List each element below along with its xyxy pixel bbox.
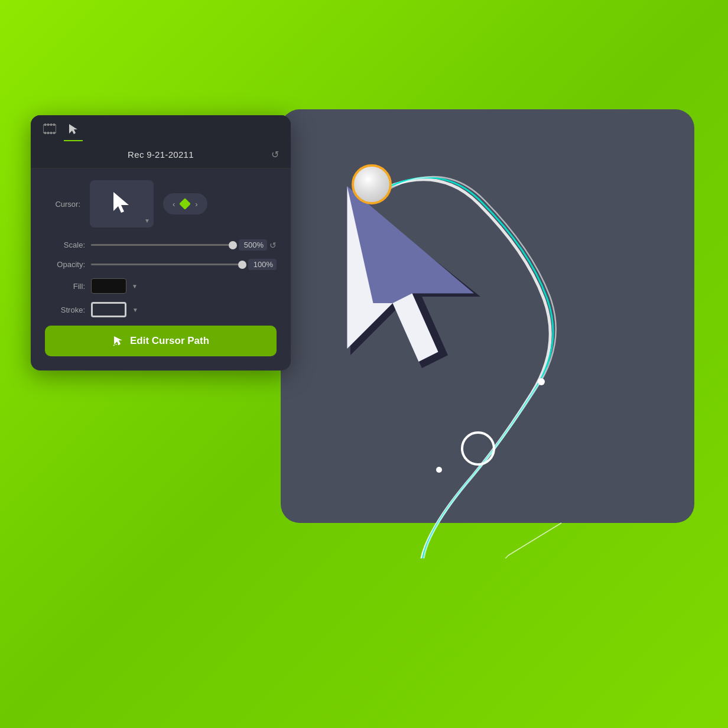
svg-marker-17 [114,336,122,345]
edit-cursor-path-button[interactable]: Edit Cursor Path [45,326,277,356]
cursor-preview-icon [111,191,132,217]
svg-rect-8 [47,124,49,126]
svg-marker-16 [113,192,129,213]
svg-rect-12 [47,132,49,134]
cursor-path-end-circle[interactable] [461,431,495,466]
stroke-color-swatch[interactable] [91,302,126,317]
opacity-value: 100% [248,259,277,270]
fill-label: Fill: [45,282,85,291]
opacity-slider-track[interactable] [91,264,242,265]
stroke-row: Stroke: ▼ [45,302,277,317]
opacity-label: Opacity: [45,260,85,269]
scale-slider-thumb[interactable] [229,241,237,249]
scale-reset-button[interactable]: ↺ [269,240,277,250]
svg-marker-15 [69,124,77,134]
panel-header: Rec 9-21-20211 ↺ [31,141,291,168]
scale-label: Scale: [45,240,85,249]
keyframe-prev-button[interactable]: ‹ [171,200,176,209]
keyframe-diamond[interactable] [179,198,191,210]
svg-rect-14 [53,132,55,134]
fill-swatch-arrow: ▼ [132,283,138,290]
svg-rect-9 [50,124,52,126]
fill-row: Fill: ▼ [45,278,277,294]
svg-rect-11 [44,132,46,134]
svg-rect-6 [43,125,56,133]
opacity-slider-thumb[interactable] [238,261,246,269]
bezier-control-point-1[interactable] [538,378,545,385]
scale-value: 500% [239,239,267,251]
scale-row: Scale: 500% ↺ [45,239,277,251]
cursor-label: Cursor: [45,200,80,209]
cursor-preview-box[interactable]: ▼ [90,180,154,228]
stroke-swatch-arrow: ▼ [132,307,138,313]
tab-cursor[interactable] [64,122,83,141]
svg-rect-10 [53,124,55,126]
stroke-label: Stroke: [45,306,85,314]
scale-slider-track[interactable] [91,244,233,246]
keyframe-nav: ‹ › [163,193,207,214]
svg-rect-13 [50,132,52,134]
fill-color-swatch[interactable]: ▼ [91,278,126,294]
opacity-row: Opacity: 100% [45,259,277,270]
refresh-button[interactable]: ↺ [271,149,279,160]
cursor-row: Cursor: ▼ ‹ › [45,180,277,228]
bezier-control-point-2[interactable] [436,467,442,473]
tab-filmstrip[interactable] [40,122,59,141]
keyframe-next-button[interactable]: › [194,200,199,209]
cursor-dropdown-arrow: ▼ [144,217,150,224]
panel-title: Rec 9-21-20211 [128,150,194,160]
edit-path-button-label: Edit Cursor Path [130,335,209,347]
big-cursor-icon [331,171,526,396]
cursor-path-start-circle[interactable] [352,164,392,204]
panel-tabs [31,115,291,141]
properties-panel: Rec 9-21-20211 ↺ Cursor: ▼ ‹ › [31,115,291,370]
panel-body: Cursor: ▼ ‹ › Scale: [31,168,291,370]
svg-rect-7 [44,124,46,126]
